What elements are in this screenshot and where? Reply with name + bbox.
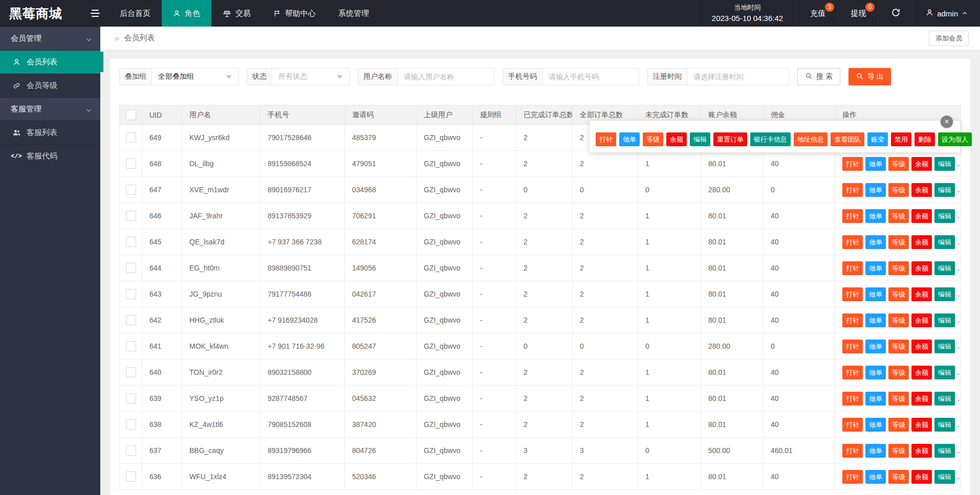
row-more-actions-button[interactable]: ... bbox=[957, 420, 961, 429]
row-action-button[interactable]: 余额 bbox=[911, 209, 932, 223]
row-action-button[interactable]: 打针 bbox=[842, 470, 863, 484]
add-member-button[interactable]: 添加会员 bbox=[929, 31, 969, 46]
row-action-button[interactable]: 打针 bbox=[842, 313, 863, 327]
row-action-button[interactable]: 地址信息 bbox=[794, 132, 827, 146]
row-action-button[interactable]: 编辑 bbox=[934, 157, 955, 171]
row-action-button[interactable]: 余额 bbox=[911, 366, 932, 379]
row-checkbox[interactable] bbox=[126, 419, 136, 430]
row-action-button[interactable]: 账变 bbox=[867, 132, 888, 146]
row-checkbox[interactable] bbox=[126, 211, 136, 221]
row-action-button[interactable]: 做单 bbox=[865, 287, 886, 301]
row-action-button[interactable]: 余额 bbox=[911, 235, 932, 249]
row-more-actions-button[interactable]: ... bbox=[957, 394, 961, 402]
recharge-button[interactable]: 充值 3 bbox=[797, 0, 838, 27]
row-action-button[interactable]: 等级 bbox=[888, 340, 909, 353]
row-checkbox[interactable] bbox=[126, 471, 136, 482]
row-action-button[interactable]: 做单 bbox=[619, 132, 640, 146]
row-action-button[interactable]: 做单 bbox=[865, 470, 886, 484]
row-action-button[interactable]: 编辑 bbox=[934, 366, 955, 379]
row-action-button[interactable]: 余额 bbox=[911, 340, 932, 353]
row-action-button[interactable]: 打针 bbox=[596, 132, 616, 146]
row-more-actions-button[interactable]: ... bbox=[957, 316, 961, 324]
row-more-actions-button[interactable]: ... bbox=[957, 238, 961, 246]
row-action-button[interactable]: 余额 bbox=[911, 444, 932, 458]
row-action-button[interactable]: 余额 bbox=[911, 313, 932, 327]
row-action-button[interactable]: 打针 bbox=[842, 444, 863, 458]
row-action-button[interactable]: 删除 bbox=[914, 132, 935, 146]
row-action-button[interactable]: 做单 bbox=[865, 235, 886, 249]
row-action-button[interactable]: 打针 bbox=[842, 392, 863, 406]
row-checkbox[interactable] bbox=[126, 132, 136, 143]
row-more-actions-button[interactable]: ... bbox=[957, 264, 961, 272]
nav-item-dashboard[interactable]: 后台首页 bbox=[108, 0, 162, 27]
search-button[interactable]: 搜 索 bbox=[797, 68, 840, 85]
row-checkbox[interactable] bbox=[126, 185, 136, 195]
row-action-button[interactable]: 禁用 bbox=[891, 132, 911, 146]
row-action-button[interactable]: 等级 bbox=[888, 366, 909, 379]
row-action-button[interactable]: 打针 bbox=[842, 157, 863, 171]
row-more-actions-button[interactable]: ... bbox=[957, 160, 961, 168]
row-action-button[interactable]: 余额 bbox=[911, 418, 932, 432]
row-action-button[interactable]: 编辑 bbox=[934, 261, 955, 275]
row-action-button[interactable]: 等级 bbox=[888, 157, 909, 171]
row-action-button[interactable]: 做单 bbox=[865, 261, 886, 275]
nav-item-trade[interactable]: 交易 bbox=[211, 0, 262, 27]
row-action-button[interactable]: 做单 bbox=[865, 209, 886, 223]
sidebar-item-support-code[interactable]: </> 客服代码 bbox=[0, 144, 100, 168]
row-action-button[interactable]: 等级 bbox=[888, 183, 909, 197]
row-action-button[interactable]: 编辑 bbox=[690, 132, 710, 146]
row-action-button[interactable]: 打针 bbox=[842, 235, 863, 249]
row-more-actions-button[interactable]: ... bbox=[957, 290, 961, 298]
row-action-button[interactable]: 余额 bbox=[911, 183, 932, 197]
row-action-button[interactable]: 编辑 bbox=[934, 183, 955, 197]
row-action-button[interactable]: 做单 bbox=[865, 183, 886, 197]
row-action-button[interactable]: 做单 bbox=[865, 392, 886, 406]
row-action-button[interactable]: 打针 bbox=[842, 366, 863, 379]
row-action-button[interactable]: 做单 bbox=[865, 444, 886, 458]
row-action-button[interactable]: 余额 bbox=[911, 157, 932, 171]
row-more-actions-button[interactable]: ... bbox=[957, 368, 961, 376]
row-action-button[interactable]: 打针 bbox=[842, 418, 863, 432]
row-action-button[interactable]: 编辑 bbox=[934, 340, 955, 353]
row-action-button[interactable]: 打针 bbox=[842, 340, 863, 353]
nav-item-system[interactable]: 系统管理 bbox=[327, 0, 380, 27]
row-checkbox[interactable] bbox=[126, 367, 136, 377]
row-action-button[interactable]: 等级 bbox=[888, 261, 909, 275]
row-action-button[interactable]: 银行卡信息 bbox=[750, 132, 791, 146]
close-icon[interactable]: × bbox=[941, 116, 953, 128]
row-checkbox[interactable] bbox=[126, 159, 136, 169]
status-select[interactable]: 所有状态 bbox=[272, 68, 350, 85]
row-more-actions-button[interactable]: ... bbox=[957, 212, 961, 220]
withdraw-button[interactable]: 提现 0 bbox=[838, 0, 878, 27]
nav-item-roles[interactable]: 角色 bbox=[162, 0, 211, 27]
row-action-button[interactable]: 查看团队 bbox=[831, 132, 864, 146]
row-action-button[interactable]: 打针 bbox=[842, 287, 863, 301]
row-action-button[interactable]: 重置订单 bbox=[713, 132, 747, 146]
row-more-actions-button[interactable]: ... bbox=[957, 446, 961, 455]
row-action-button[interactable]: 做单 bbox=[865, 418, 886, 432]
row-action-button[interactable]: 等级 bbox=[888, 313, 909, 327]
row-action-button[interactable]: 编辑 bbox=[934, 470, 955, 484]
row-action-button[interactable]: 等级 bbox=[888, 418, 909, 432]
row-checkbox[interactable] bbox=[126, 393, 136, 403]
row-action-button[interactable]: 余额 bbox=[911, 287, 932, 301]
row-action-button[interactable]: 余额 bbox=[911, 392, 932, 406]
phone-input[interactable] bbox=[542, 68, 639, 85]
row-action-button[interactable]: 等级 bbox=[888, 470, 909, 484]
sidebar-item-member-level[interactable]: 会员等级 bbox=[0, 74, 100, 97]
select-all-checkbox[interactable] bbox=[126, 110, 136, 120]
username-input[interactable] bbox=[397, 68, 494, 85]
row-action-button[interactable]: 做单 bbox=[865, 313, 886, 327]
row-action-button[interactable]: 等级 bbox=[888, 444, 909, 458]
row-action-button[interactable]: 打针 bbox=[842, 209, 863, 223]
row-more-actions-button[interactable]: ... bbox=[957, 186, 961, 194]
sidebar-collapse-button[interactable] bbox=[82, 0, 108, 27]
row-action-button[interactable]: 余额 bbox=[911, 261, 932, 275]
row-action-button[interactable]: 等级 bbox=[888, 209, 909, 223]
row-more-actions-button[interactable]: ... bbox=[957, 472, 961, 481]
refresh-button[interactable] bbox=[878, 0, 913, 27]
sidebar-item-member-list[interactable]: 会员列表 bbox=[0, 50, 100, 74]
row-checkbox[interactable] bbox=[126, 445, 136, 456]
row-action-button[interactable]: 等级 bbox=[888, 235, 909, 249]
row-action-button[interactable]: 等级 bbox=[888, 392, 909, 406]
